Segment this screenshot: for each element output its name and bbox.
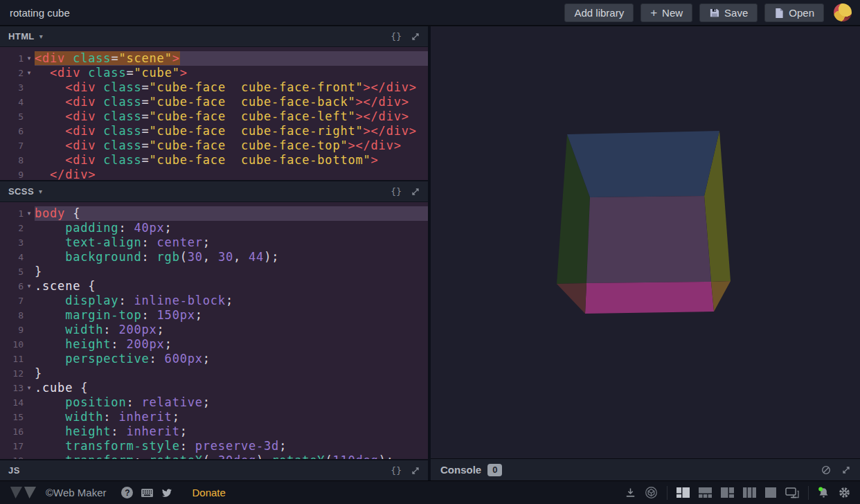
code-line[interactable]: 12}: [0, 366, 428, 381]
line-number: 4: [0, 95, 24, 109]
layout-full-icon[interactable]: [765, 487, 776, 498]
code-text: perspective: 600px;: [35, 352, 428, 366]
code-line[interactable]: 2 padding: 40px;: [0, 221, 428, 235]
code-text: <div class="scene">: [35, 51, 428, 66]
preview-column: Console 0: [431, 26, 860, 480]
line-number: 5: [0, 109, 24, 124]
layout-bottom-icon[interactable]: [699, 487, 712, 498]
html-code-editor[interactable]: 1▾<div class="scene">2▾ <div class="cube…: [0, 47, 428, 180]
help-icon[interactable]: ?: [121, 487, 133, 498]
code-line[interactable]: 4 <div class="cube-face cube-face-back">…: [0, 95, 428, 109]
add-library-button[interactable]: Add library: [564, 3, 634, 22]
clear-console-icon[interactable]: [821, 465, 831, 475]
expand-pane-icon[interactable]: [411, 188, 420, 196]
fold-arrow-icon[interactable]: ▾: [24, 381, 35, 395]
plus-icon: +: [650, 7, 657, 19]
code-line[interactable]: 5}: [0, 264, 428, 279]
line-number: 8: [0, 153, 24, 168]
code-line[interactable]: 7 display: inline-block;: [0, 294, 428, 308]
page-title[interactable]: rotating cube: [10, 7, 70, 19]
line-number: 12: [0, 366, 24, 381]
codepen-icon[interactable]: [645, 486, 658, 499]
line-number: 3: [0, 235, 24, 250]
html-language-selector[interactable]: HTML ▾: [8, 31, 43, 42]
expand-pane-icon[interactable]: [411, 33, 420, 41]
code-line[interactable]: 10 height: 200px;: [0, 337, 428, 352]
detach-preview-icon[interactable]: [785, 487, 799, 498]
save-button[interactable]: Save: [699, 3, 758, 22]
keyboard-icon[interactable]: [141, 489, 153, 497]
fold-gutter: [24, 453, 35, 459]
code-line[interactable]: 17 transform-style: preserve-3d;: [0, 439, 428, 453]
donate-link[interactable]: Donate: [192, 487, 225, 498]
console-bar[interactable]: Console 0: [431, 458, 860, 480]
layout-left-icon[interactable]: [677, 487, 690, 498]
code-text: <div class="cube-face cube-face-top"></d…: [35, 138, 428, 153]
avatar[interactable]: [834, 3, 852, 21]
twitter-icon[interactable]: [161, 488, 172, 498]
fold-gutter: [24, 80, 35, 95]
chevron-down-icon: ▾: [39, 188, 42, 195]
format-code-icon[interactable]: {}: [391, 31, 402, 42]
fold-arrow-icon[interactable]: ▾: [24, 66, 35, 80]
code-text: <div class="cube-face cube-face-back"></…: [35, 95, 428, 109]
line-number: 6: [0, 279, 24, 294]
code-line[interactable]: 9 </div>: [0, 168, 428, 180]
settings-gear-icon[interactable]: [839, 487, 850, 498]
layout-right-icon[interactable]: [721, 487, 734, 498]
fold-gutter: [24, 221, 35, 235]
open-file-icon: [774, 8, 784, 18]
scss-language-selector[interactable]: SCSS ▾: [8, 186, 42, 197]
expand-pane-icon[interactable]: [411, 467, 420, 475]
code-line[interactable]: 8 margin-top: 150px;: [0, 308, 428, 323]
code-text: .cube {: [35, 381, 428, 395]
js-pane-header[interactable]: JS {}: [0, 460, 428, 480]
notifications-bell-icon[interactable]: [818, 487, 830, 498]
code-text: display: inline-block;: [35, 294, 428, 308]
main-area: HTML ▾ {} 1▾<div class="scene">2▾ <div c…: [0, 26, 860, 480]
line-number: 2: [0, 221, 24, 235]
format-code-icon[interactable]: {}: [391, 465, 402, 476]
expand-console-icon[interactable]: [842, 466, 850, 474]
code-line[interactable]: 5 <div class="cube-face cube-face-left">…: [0, 109, 428, 124]
code-line[interactable]: 3 <div class="cube-face cube-face-front"…: [0, 80, 428, 95]
line-number: 14: [0, 395, 24, 410]
open-button[interactable]: Open: [764, 3, 824, 22]
code-line[interactable]: 6▾.scene {: [0, 279, 428, 294]
code-line[interactable]: 14 position: relative;: [0, 395, 428, 410]
code-line[interactable]: 1▾<div class="scene">: [0, 51, 428, 66]
fold-gutter: [24, 250, 35, 264]
code-line[interactable]: 16 height: inherit;: [0, 424, 428, 439]
code-line[interactable]: 2▾ <div class="cube">: [0, 66, 428, 80]
fold-arrow-icon[interactable]: ▾: [24, 206, 35, 221]
code-line[interactable]: 9 width: 200px;: [0, 323, 428, 337]
download-icon[interactable]: [625, 487, 636, 498]
fold-arrow-icon[interactable]: ▾: [24, 51, 35, 66]
line-number: 15: [0, 410, 24, 424]
format-code-icon[interactable]: {}: [391, 186, 402, 197]
code-line[interactable]: 11 perspective: 600px;: [0, 352, 428, 366]
html-pane-header: HTML ▾ {}: [0, 26, 428, 47]
web-maker-app: rotating cube Add library + New Save Ope…: [0, 0, 860, 504]
code-line[interactable]: 7 <div class="cube-face cube-face-top"><…: [0, 138, 428, 153]
code-line[interactable]: 1▾body {: [0, 206, 428, 221]
code-text: .scene {: [35, 279, 428, 294]
add-library-label: Add library: [574, 7, 624, 19]
code-line[interactable]: 6 <div class="cube-face cube-face-right"…: [0, 124, 428, 138]
code-line[interactable]: 4 background: rgb(30, 30, 44);: [0, 250, 428, 264]
layout-columns-icon[interactable]: [743, 487, 756, 498]
code-line[interactable]: 15 width: inherit;: [0, 410, 428, 424]
code-line[interactable]: 18 transform: rotateX(-30deg) rotateY(11…: [0, 453, 428, 459]
code-line[interactable]: 13▾.cube {: [0, 381, 428, 395]
code-line[interactable]: 3 text-align: center;: [0, 235, 428, 250]
webmaker-logo[interactable]: [8, 485, 37, 500]
js-language-selector[interactable]: JS: [8, 465, 20, 476]
chevron-down-icon: ▾: [39, 33, 43, 40]
fold-gutter: [24, 424, 35, 439]
new-button[interactable]: + New: [640, 3, 692, 22]
line-number: 8: [0, 308, 24, 323]
code-line[interactable]: 8 <div class="cube-face cube-face-bottom…: [0, 153, 428, 168]
fold-gutter: [24, 308, 35, 323]
fold-arrow-icon[interactable]: ▾: [24, 279, 35, 294]
scss-code-editor[interactable]: 1▾body {2 padding: 40px;3 text-align: ce…: [0, 202, 428, 459]
